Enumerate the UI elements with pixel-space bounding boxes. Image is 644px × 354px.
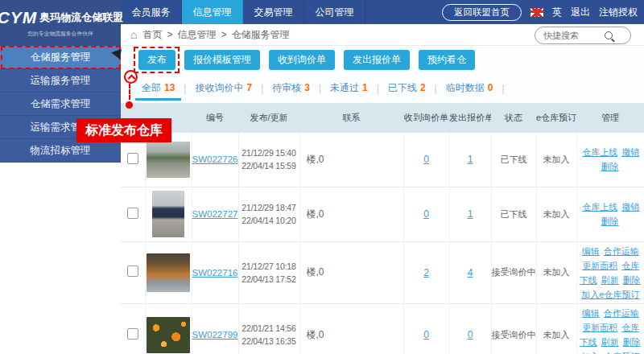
received-inquiries-link[interactable]: 0 <box>423 329 429 340</box>
breadcrumb-separator: > <box>167 29 172 40</box>
warehouse-code-link[interactable]: SW022799 <box>192 330 238 340</box>
action-link-6[interactable]: 加入e仓库预订 <box>581 290 639 299</box>
sent-quotes-link[interactable]: 1 <box>468 154 473 165</box>
uk-flag-icon[interactable] <box>530 8 543 17</box>
breadcrumb: ⌂ 首页 > 信息管理 > 仓储服务管理 <box>121 24 644 46</box>
row-checkbox[interactable] <box>127 208 138 219</box>
search-icon[interactable] <box>605 31 613 39</box>
action-link-1[interactable]: 合作运输 <box>604 308 639 318</box>
warehouse-table: 编号发布/更新联系收到询价单发出报价单状态e仓库预订管理 SW02272621/… <box>121 103 644 354</box>
breadcrumb-home[interactable]: 首页 <box>142 28 162 42</box>
row-checkbox[interactable] <box>127 153 138 164</box>
warehouse-code-link[interactable]: SW022727 <box>192 209 238 219</box>
toolbar-button-0[interactable]: 发布 <box>138 50 175 70</box>
warehouse-code-link[interactable]: SW022726 <box>192 154 238 164</box>
sidebar-item-1[interactable]: 运输服务管理 <box>0 69 121 93</box>
filter-count: 3 <box>304 82 310 93</box>
contact-cell: 楼,0 <box>299 187 403 241</box>
updated-date: 22/04/14 10:20 <box>239 214 299 227</box>
toolbar-button-4[interactable]: 预约看仓 <box>419 50 475 70</box>
filter-tab-4[interactable]: 已下线2 <box>385 81 429 95</box>
contact-cell: 楼,0 <box>299 133 403 187</box>
filter-count: 2 <box>420 82 426 93</box>
received-inquiries-link[interactable]: 2 <box>423 267 429 278</box>
sent-quotes-link[interactable]: 1 <box>468 208 473 220</box>
search-input[interactable] <box>542 30 601 41</box>
column-header-7: 管理 <box>576 103 644 133</box>
manage-cell: 仓库上线 撤销删除 <box>576 133 644 187</box>
filter-count: 0 <box>488 82 493 93</box>
sent-quotes-cell: 0 <box>449 304 491 354</box>
toolbar-button-1[interactable]: 报价模板管理 <box>184 50 260 70</box>
photo-cell <box>145 304 192 354</box>
sidebar-item-2[interactable]: 仓储需求管理 <box>0 93 121 116</box>
action-link-2[interactable]: 更新面积 <box>582 261 617 270</box>
annotation-dashed-line <box>129 84 130 100</box>
filter-tab-3[interactable]: 未通过1 <box>327 81 371 95</box>
return-home-button[interactable]: 返回联盟首页 <box>442 4 522 21</box>
table-row: SW02279922/01/21 14:5622/04/13 16:35楼,00… <box>121 304 644 354</box>
quick-search[interactable] <box>535 27 631 44</box>
nav-tab-0[interactable]: 会员服务 <box>121 0 182 24</box>
logout-link[interactable]: 退出 <box>571 6 590 19</box>
action-link-4[interactable]: 刷新 <box>601 337 619 347</box>
filter-count: 1 <box>362 82 368 93</box>
filter-tab-5[interactable]: 临时数据0 <box>443 81 497 95</box>
column-header-0: 编号 <box>192 103 238 133</box>
filter-tab-0[interactable]: 全部13 <box>138 81 178 95</box>
filter-tab-1[interactable]: 接收询价中7 <box>192 81 255 95</box>
select-cell <box>121 241 145 304</box>
received-inquiries-link[interactable]: 0 <box>423 154 429 165</box>
sidebar-item-0[interactable]: 仓储服务管理 <box>0 46 121 69</box>
contact-cell: 楼,0 <box>299 241 403 304</box>
action-link-4[interactable]: 刷新 <box>601 275 619 285</box>
e-warehouse-cell: 未加入 <box>536 133 576 187</box>
warehouse-photo[interactable] <box>147 317 190 353</box>
updated-date: 22/04/13 16:35 <box>239 335 299 348</box>
manage-cell: 编辑 合作运输 更新面积 仓库下线 刷新 删除 加入e仓库预订 <box>576 304 644 354</box>
sent-quotes-link[interactable]: 0 <box>468 329 473 340</box>
action-link-5[interactable]: 删除 <box>623 337 641 347</box>
nav-tab-1[interactable]: 信息管理 <box>182 0 243 24</box>
nav-tab-2[interactable]: 交易管理 <box>243 0 304 24</box>
action-link-0[interactable]: 编辑 <box>582 308 600 318</box>
action-link-5[interactable]: 删除 <box>623 275 641 285</box>
action-link-1[interactable]: 合作运输 <box>604 246 639 256</box>
toolbar-button-3[interactable]: 发出报价单 <box>344 50 410 70</box>
home-icon: ⌂ <box>130 29 137 40</box>
action-link-0[interactable]: 仓库上线 <box>582 147 617 157</box>
warehouse-photo[interactable] <box>152 191 184 237</box>
brand-tagline: 您的专业物流服务合作伙伴 <box>9 30 112 37</box>
deauthorize-link[interactable]: 注销授权 <box>599 6 638 19</box>
received-inquiries-link[interactable]: 0 <box>423 208 429 220</box>
language-link[interactable]: 英 <box>552 6 562 19</box>
filter-count: 7 <box>246 82 252 93</box>
filter-label: 接收询价中 <box>195 82 243 93</box>
row-checkbox[interactable] <box>127 328 138 340</box>
received-inquiries-cell: 0 <box>403 304 449 354</box>
action-link-2[interactable]: 更新面积 <box>582 323 617 332</box>
row-checkbox[interactable] <box>127 266 138 277</box>
sidebar: 仓储服务管理运输服务管理仓储需求管理运输需求管理物流招标管理 <box>0 46 121 163</box>
action-link-0[interactable]: 仓库上线 <box>582 202 617 212</box>
top-right-controls: 返回联盟首页 英 退出 注销授权 <box>442 0 638 24</box>
breadcrumb-item-info[interactable]: 信息管理 <box>177 28 216 42</box>
main-nav: 会员服务信息管理交易管理公司管理 <box>121 0 365 24</box>
warehouse-photo[interactable] <box>147 142 190 178</box>
filter-tab-2[interactable]: 待审核3 <box>269 81 313 95</box>
filter-label: 临时数据 <box>446 82 485 93</box>
filter-separator: | <box>261 83 263 94</box>
filter-label: 已下线 <box>388 82 417 93</box>
toolbar-button-2[interactable]: 收到询价单 <box>269 50 335 70</box>
action-link-0[interactable]: 编辑 <box>582 246 600 256</box>
logo-mark: CYM <box>0 8 37 27</box>
warehouse-photo[interactable] <box>147 253 190 292</box>
sent-quotes-cell: 4 <box>449 241 491 304</box>
sidebar-item-4[interactable]: 物流招标管理 <box>0 139 121 163</box>
status-cell: 接受询价中 <box>491 241 536 304</box>
published-date: 21/12/29 15:40 <box>239 146 299 159</box>
sent-quotes-link[interactable]: 4 <box>468 267 473 278</box>
status-cell: 已下线 <box>491 187 536 241</box>
nav-tab-3[interactable]: 公司管理 <box>304 0 365 24</box>
warehouse-code-link[interactable]: SW022716 <box>192 268 238 278</box>
